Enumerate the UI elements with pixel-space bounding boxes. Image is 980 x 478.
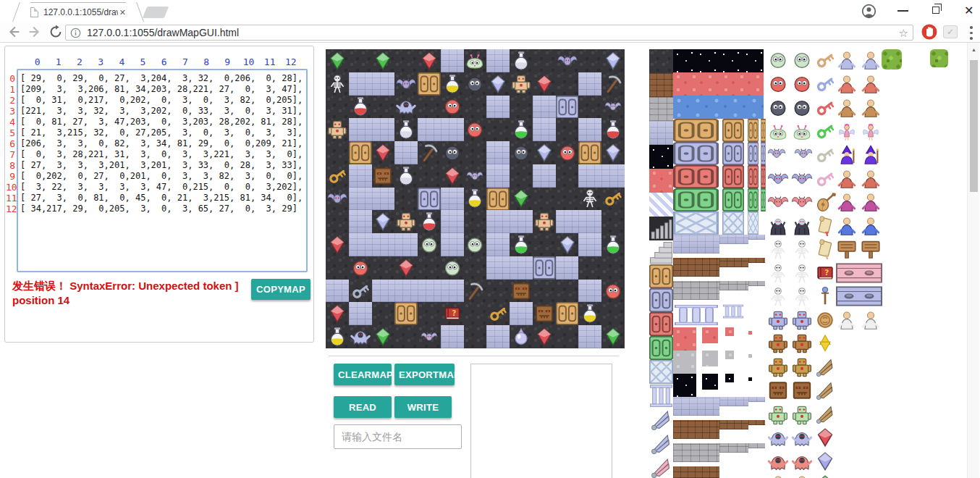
palette-columns[interactable]: [673, 304, 719, 326]
palette-floor-red[interactable]: [673, 327, 696, 351]
palette-person[interactable]: [836, 168, 882, 191]
tab-close-icon[interactable]: ✕: [118, 7, 127, 18]
copymap-button[interactable]: COPYMAP: [251, 279, 311, 300]
palette-wing[interactable]: [814, 403, 836, 425]
tile-stone-face[interactable]: [372, 164, 395, 188]
tile-brick-wall[interactable]: [349, 210, 372, 233]
tile-dark-floor[interactable]: [349, 49, 372, 72]
scrollbar-thumb[interactable]: [970, 60, 978, 192]
tile-dark-floor[interactable]: [394, 188, 418, 211]
tile-yellow-potion[interactable]: [326, 325, 349, 348]
palette-wall-brown[interactable]: [719, 258, 748, 267]
tile-golem[interactable]: [394, 210, 418, 233]
palette-wing[interactable]: [814, 380, 836, 401]
palette-starfield[interactable]: [725, 374, 734, 382]
palette-ghost[interactable]: [767, 450, 813, 474]
tile-dark-floor[interactable]: [578, 256, 601, 280]
tile-dark-floor[interactable]: [418, 256, 441, 280]
tile-dark-floor[interactable]: [556, 164, 579, 188]
tile-dark-floor[interactable]: [418, 302, 441, 325]
palette-bat[interactable]: [767, 167, 813, 190]
palette-door[interactable]: [761, 188, 766, 211]
tile-brick-wall[interactable]: [486, 233, 510, 256]
tile-dark-floor[interactable]: [556, 280, 579, 303]
palette-wall-gray[interactable]: [719, 281, 748, 290]
palette-ghost[interactable]: [767, 427, 813, 450]
tile-stone-face[interactable]: [510, 280, 533, 303]
tile-red-ball-monster[interactable]: [556, 141, 579, 164]
palette-ball[interactable]: [767, 73, 813, 95]
tile-brick-wall[interactable]: [578, 118, 601, 141]
tile-brick-wall[interactable]: [486, 164, 510, 188]
tile-big-bat[interactable]: [556, 49, 579, 72]
tile-purple-door[interactable]: [556, 96, 579, 119]
tile-brick-wall[interactable]: [349, 118, 372, 141]
tile-gold-key[interactable]: [601, 188, 625, 211]
tile-brick-wall[interactable]: [533, 96, 556, 119]
tile-red-ball-monster[interactable]: [464, 118, 487, 141]
page-scrollbar[interactable]: ▲: [967, 43, 979, 478]
tile-golem[interactable]: [326, 118, 349, 141]
tile-brown-door[interactable]: [578, 141, 601, 164]
palette-gem[interactable]: [814, 450, 836, 472]
palette-floor-red[interactable]: [673, 72, 764, 96]
tile-red-gem[interactable]: [326, 233, 349, 256]
tile-dark-floor[interactable]: [486, 118, 510, 141]
tile-green-ball-monster[interactable]: [441, 256, 464, 280]
palette-water[interactable]: [673, 96, 764, 119]
palette-tree-big[interactable]: [883, 75, 948, 145]
palette-vampire[interactable]: [767, 215, 813, 238]
tile-green-gem[interactable]: [372, 49, 395, 72]
close-button[interactable]: ✕: [964, 3, 973, 19]
palette-golem[interactable]: [767, 309, 813, 332]
palette-wallface[interactable]: [836, 285, 882, 307]
tile-dark-floor[interactable]: [601, 256, 625, 280]
palette-door[interactable]: [649, 312, 673, 336]
palette-wall-brick[interactable]: [748, 235, 765, 240]
tile-brick-wall[interactable]: [418, 280, 441, 303]
tile-brick-wall[interactable]: [578, 210, 601, 233]
tile-yellow-potion[interactable]: [464, 188, 487, 211]
tile-brick-wall[interactable]: [372, 72, 395, 96]
palette-wall-brick[interactable]: [673, 235, 719, 253]
palette-gem[interactable]: [814, 474, 836, 478]
tile-brick-wall[interactable]: [578, 72, 601, 96]
palette-lute[interactable]: [814, 191, 836, 213]
palette-wall-gray[interactable]: [748, 443, 765, 448]
palette-wall-brown[interactable]: [673, 258, 719, 277]
exportmap-button[interactable]: EXPORTMAP: [394, 364, 455, 385]
tile-slime[interactable]: [464, 49, 487, 72]
palette-door[interactable]: [748, 188, 759, 211]
tile-red-gem[interactable]: [372, 141, 395, 164]
tile-white-potion[interactable]: [510, 49, 533, 72]
tile-dark-floor[interactable]: [556, 72, 579, 96]
tile-dark-floor[interactable]: [601, 302, 625, 325]
tile-dark-floor[interactable]: [418, 164, 441, 188]
tile-brick-wall[interactable]: [394, 141, 418, 164]
palette-door[interactable]: [673, 165, 719, 188]
tile-blue-gem[interactable]: [486, 72, 510, 96]
tile-brick-wall[interactable]: [510, 256, 533, 280]
tile-brick-wall[interactable]: [486, 210, 510, 233]
tile-green-gem[interactable]: [601, 325, 625, 348]
tile-red-potion[interactable]: [418, 210, 441, 233]
palette-wizard[interactable]: [836, 144, 882, 167]
tile-dark-floor[interactable]: [372, 96, 395, 119]
clearmap-button[interactable]: CLEARMAP: [334, 364, 392, 385]
tile-brick-wall[interactable]: [441, 188, 464, 211]
tile-brick-wall[interactable]: [533, 118, 556, 141]
palette-door[interactable]: [673, 188, 719, 211]
tile-green-potion[interactable]: [510, 118, 533, 141]
tile-brick-wall[interactable]: [486, 141, 510, 164]
matrix-textarea[interactable]: [17, 69, 308, 272]
tile-dark-floor[interactable]: [464, 325, 487, 348]
tile-gold-key[interactable]: [486, 302, 510, 325]
tile-dark-floor[interactable]: [464, 210, 487, 233]
palette-door[interactable]: [722, 119, 744, 142]
tile-green-gem[interactable]: [510, 188, 533, 211]
tile-red-gem[interactable]: [418, 49, 441, 72]
forward-icon[interactable]: [27, 24, 43, 40]
palette-wall-gray[interactable]: [719, 443, 748, 453]
tile-blue-gem[interactable]: [601, 141, 625, 164]
tile-brick-wall[interactable]: [510, 302, 533, 325]
